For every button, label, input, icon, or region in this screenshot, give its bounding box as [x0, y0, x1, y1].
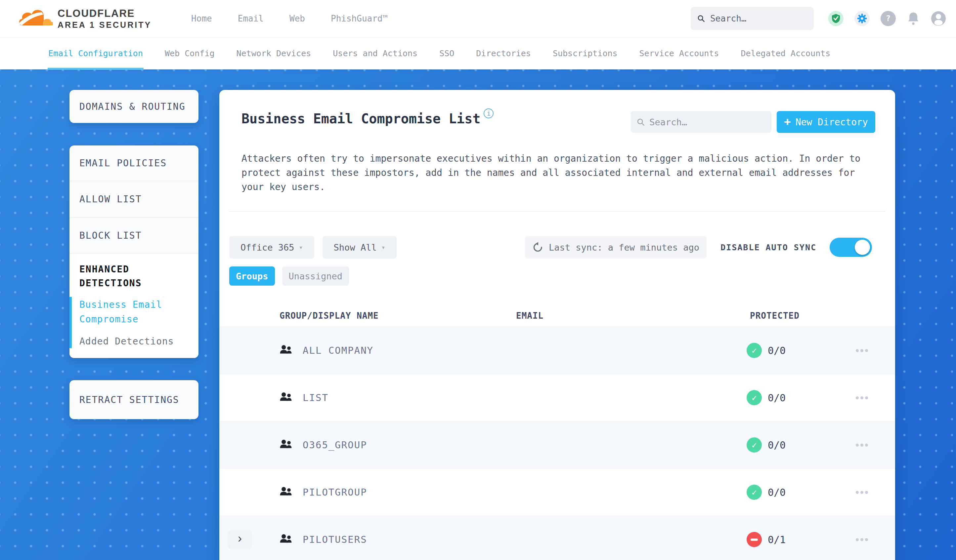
divider — [229, 211, 885, 212]
sidebar-policies-card: EMAIL POLICIES ALLOW LIST BLOCK LIST ENH… — [69, 146, 198, 358]
users-icon — [280, 439, 292, 450]
last-sync-button[interactable]: Last sync: a few minutes ago — [525, 236, 707, 259]
search-icon — [637, 118, 645, 127]
section-tab[interactable]: Web Config — [164, 38, 215, 70]
users-icon — [280, 392, 292, 402]
refresh-icon — [532, 242, 544, 253]
protected-count: 0/0 — [768, 439, 786, 451]
section-tab[interactable]: Users and Actions — [332, 38, 418, 70]
group-name: PILOTUSERS — [303, 534, 516, 545]
directory-select[interactable]: Office 365 ▾ — [229, 236, 314, 259]
global-search[interactable] — [691, 7, 814, 30]
group-name: ALL COMPANY — [303, 345, 516, 356]
tab-groups[interactable]: Groups — [229, 267, 275, 285]
kebab-menu[interactable] — [852, 444, 895, 447]
top-nav-item[interactable]: Home — [191, 14, 212, 24]
table-row[interactable]: › LIST — [219, 374, 895, 421]
table-header: GROUP/DISPLAY NAME EMAIL PROTECTED — [219, 305, 895, 326]
show-filter-select[interactable]: Show All ▾ — [322, 236, 396, 259]
list-search-input[interactable] — [649, 117, 766, 127]
protected-status-badge: ✓ — [747, 390, 762, 405]
app-header: CLOUDFLARE AREA 1 SECURITY Home Email We… — [0, 0, 956, 37]
help-icon[interactable]: ? — [881, 11, 896, 26]
bell-icon[interactable] — [907, 12, 920, 25]
sidebar: DOMAINS & ROUTING EMAIL POLICIES ALLOW L… — [69, 90, 198, 419]
user-icon[interactable] — [931, 11, 946, 26]
kebab-menu[interactable] — [852, 396, 895, 399]
section-tab[interactable]: Delegated Accounts — [740, 38, 831, 70]
table-row[interactable]: › ALL COMPANY — [219, 326, 895, 374]
info-icon[interactable]: i — [484, 108, 494, 118]
kebab-menu[interactable] — [852, 491, 895, 494]
expand-row-button[interactable]: › — [228, 530, 252, 549]
plus-icon: + — [784, 116, 791, 127]
main-card: Business Email Compromise List i + New D… — [219, 90, 895, 560]
section-tab[interactable]: Directories — [475, 38, 531, 70]
page-title: Business Email Compromise List — [242, 111, 480, 126]
col-protected: PROTECTED — [747, 311, 852, 321]
col-email: EMAIL — [516, 311, 747, 321]
caret-down-icon: ▾ — [299, 243, 303, 251]
group-name: O365_GROUP — [303, 439, 516, 450]
tab-unassigned[interactable]: Unassigned — [282, 267, 349, 285]
section-tab[interactable]: Network Devices — [236, 38, 312, 70]
brand-name: CLOUDFLARE — [58, 8, 151, 19]
sidebar-item-domains-routing[interactable]: DOMAINS & ROUTING — [69, 90, 198, 123]
protected-status-badge: ✓ — [747, 438, 762, 453]
sidebar-item-enhanced-detections[interactable]: ENHANCED DETECTIONS — [79, 262, 190, 290]
top-nav: Home Email Web PhishGuard™ — [191, 14, 388, 24]
table-row[interactable]: › PILOTGROUP — [219, 468, 895, 516]
sidebar-item-block-list[interactable]: BLOCK LIST — [69, 218, 198, 254]
shield-check-icon[interactable] — [828, 11, 844, 26]
sidebar-section-enhanced-detections: ENHANCED DETECTIONS Business Email Compr… — [69, 254, 198, 358]
active-indicator-bar — [69, 297, 72, 348]
sidebar-item-allow-list[interactable]: ALLOW LIST — [69, 181, 198, 218]
search-icon — [697, 14, 705, 23]
cloudflare-cloud-icon — [19, 7, 53, 30]
section-tab[interactable]: Subscriptions — [552, 38, 618, 70]
protected-status-badge: ✓ — [747, 532, 762, 547]
sidebar-item-added-detections[interactable]: Added Detections — [79, 336, 190, 347]
check-icon: ✓ — [752, 440, 757, 450]
kebab-menu[interactable] — [852, 349, 895, 352]
kebab-menu[interactable] — [852, 538, 895, 541]
cloudflare-logo[interactable]: CLOUDFLARE AREA 1 SECURITY — [19, 7, 151, 30]
top-nav-item[interactable]: Web — [289, 14, 305, 24]
section-tab[interactable]: Email Configuration — [48, 38, 143, 70]
page-background: DOMAINS & ROUTING EMAIL POLICIES ALLOW L… — [0, 69, 956, 560]
sidebar-item-email-policies[interactable]: EMAIL POLICIES — [69, 146, 198, 181]
group-name: PILOTGROUP — [303, 486, 516, 498]
sidebar-item-retract-settings[interactable]: RETRACT SETTINGS — [69, 380, 198, 419]
protected-count: 0/0 — [768, 392, 786, 404]
auto-sync-label: DISABLE AUTO SYNC — [720, 243, 816, 252]
table-body: › ALL COMPANY — [219, 326, 895, 560]
check-icon: ✓ — [752, 345, 757, 355]
section-tabs: Email Configuration Web Config Network D… — [0, 37, 956, 69]
top-nav-item[interactable]: PhishGuard™ — [331, 14, 388, 24]
protected-count: 0/0 — [768, 486, 786, 498]
users-icon — [280, 345, 292, 355]
protected-status-badge: ✓ — [747, 343, 762, 358]
new-directory-button[interactable]: + New Directory — [777, 111, 875, 133]
top-nav-item[interactable]: Email — [238, 14, 264, 24]
minus-icon — [751, 538, 758, 541]
global-search-input[interactable] — [710, 14, 807, 24]
chevron-right-icon: › — [238, 532, 242, 546]
protected-count: 0/0 — [768, 345, 786, 356]
auto-sync-toggle[interactable] — [830, 238, 872, 257]
brand-sub: AREA 1 SECURITY — [58, 20, 151, 30]
groups-table: GROUP/DISPLAY NAME EMAIL PROTECTED › — [219, 305, 895, 560]
check-icon: ✓ — [752, 487, 757, 497]
table-row[interactable]: › O365_GROUP — [219, 421, 895, 468]
list-search[interactable] — [631, 111, 771, 133]
sidebar-item-business-email-compromise[interactable]: Business Email Compromise — [79, 298, 190, 326]
section-tab[interactable]: Service Accounts — [639, 38, 720, 70]
users-icon — [280, 486, 292, 497]
table-row[interactable]: › PILOTUSERS — [219, 516, 895, 560]
protected-count: 0/1 — [768, 534, 786, 546]
page-description: Attackers often try to impersonate execu… — [242, 151, 863, 194]
gear-icon[interactable] — [854, 11, 870, 26]
toggle-knob — [855, 240, 870, 255]
section-tab[interactable]: SSO — [439, 38, 455, 70]
check-icon: ✓ — [752, 393, 757, 403]
